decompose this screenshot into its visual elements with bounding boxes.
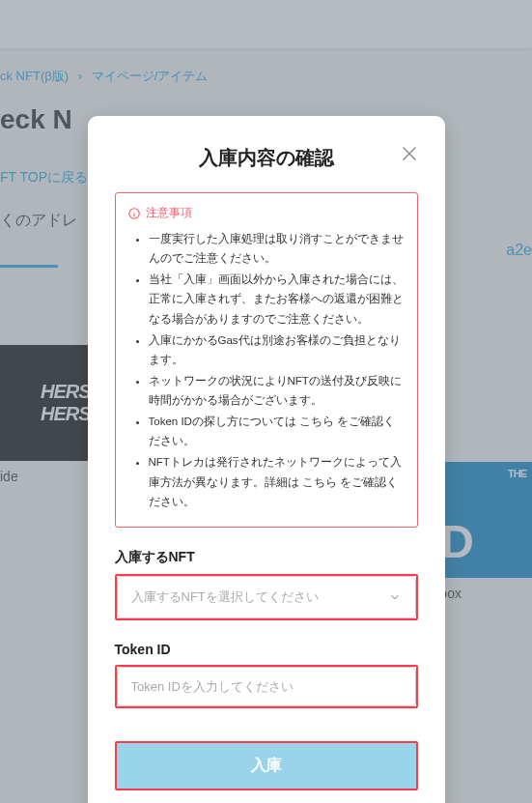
- token-id-input-wrap: [117, 667, 416, 706]
- notice-box: 注意事項 一度実行した入庫処理は取り消すことができませんのでご注意ください。 当…: [115, 192, 418, 528]
- deposit-confirm-modal: 入庫内容の確認 注意事項 一度実行した入庫処理は取り消すことができませんのでご注…: [88, 116, 445, 803]
- close-icon: [399, 143, 420, 164]
- notice-list: 一度実行した入庫処理は取り消すことができませんのでご注意ください。 当社「入庫」…: [127, 229, 406, 511]
- chevron-down-icon: [388, 590, 402, 604]
- modal-overlay: 入庫内容の確認 注意事項 一度実行した入庫処理は取り消すことができませんのでご注…: [0, 0, 532, 803]
- info-icon: [127, 207, 141, 220]
- token-id-label: Token ID: [115, 642, 418, 657]
- submit-highlight: 入庫: [115, 741, 418, 790]
- modal-title: 入庫内容の確認: [115, 145, 418, 171]
- notice-header: 注意事項: [127, 205, 406, 221]
- deposit-submit-button[interactable]: 入庫: [117, 743, 416, 789]
- notice-item: 当社「入庫」画面以外から入庫された場合には、正常に入庫されず、またお客様への返還…: [149, 270, 406, 328]
- nft-select-label: 入庫するNFT: [115, 549, 418, 566]
- nft-select-placeholder: 入庫するNFTを選択してください: [131, 588, 319, 606]
- notice-header-text: 注意事項: [146, 205, 192, 221]
- notice-item: Token IDの探し方については こちら をご確認ください。: [149, 412, 406, 450]
- token-id-highlight: [115, 665, 418, 708]
- token-id-input[interactable]: [131, 679, 402, 694]
- notice-item: NFTトレカは発行されたネットワークによって入庫方法が異なります。詳細は こちら…: [149, 452, 406, 510]
- nft-select-highlight: 入庫するNFTを選択してください: [115, 574, 418, 620]
- notice-item: ネットワークの状況によりNFTの送付及び反映に時間がかかる場合がございます。: [149, 371, 406, 410]
- notice-item: 入庫にかかるGas代は別途お客様のご負担となります。: [149, 330, 406, 369]
- close-button[interactable]: [399, 143, 420, 164]
- notice-item: 一度実行した入庫処理は取り消すことができませんのでご注意ください。: [149, 229, 406, 268]
- nft-select[interactable]: 入庫するNFTを選択してください: [117, 576, 416, 618]
